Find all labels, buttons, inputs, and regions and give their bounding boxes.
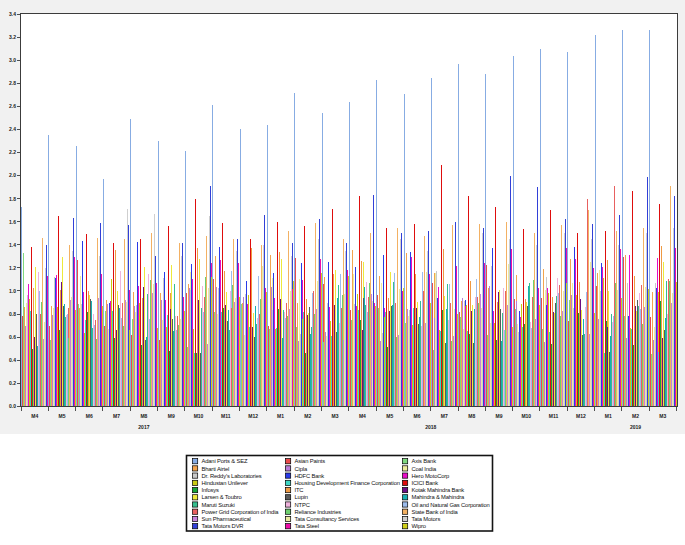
svg-text:M2: M2	[304, 413, 311, 419]
svg-text:Bharti Airtel: Bharti Airtel	[202, 466, 230, 472]
svg-text:Power Grid Corporation of Indi: Power Grid Corporation of India	[202, 509, 280, 515]
svg-text:Tata Motors: Tata Motors	[412, 516, 441, 522]
svg-text:M6: M6	[86, 413, 93, 419]
svg-text:0.4: 0.4	[9, 357, 16, 363]
svg-text:Maruti Suzuki: Maruti Suzuki	[202, 502, 235, 508]
svg-text:State Bank of India: State Bank of India	[412, 509, 459, 515]
svg-text:M4: M4	[359, 413, 366, 419]
svg-text:ITC: ITC	[295, 487, 304, 493]
svg-text:1.2: 1.2	[9, 265, 16, 271]
svg-text:M7: M7	[113, 413, 120, 419]
svg-text:1.8: 1.8	[9, 196, 16, 202]
svg-text:Oil and Natural Gas Corporatio: Oil and Natural Gas Corporation	[412, 502, 490, 508]
svg-text:Wipro: Wipro	[412, 523, 426, 529]
svg-text:NTPC: NTPC	[295, 502, 310, 508]
svg-text:Reliance Industries: Reliance Industries	[295, 509, 342, 515]
svg-text:3.2: 3.2	[9, 34, 16, 40]
svg-text:Larsen & Toubro: Larsen & Toubro	[202, 494, 242, 500]
svg-text:M11: M11	[221, 413, 231, 419]
svg-text:2.6: 2.6	[9, 103, 16, 109]
svg-text:Infosys: Infosys	[202, 487, 220, 493]
svg-text:3.4: 3.4	[9, 11, 16, 17]
svg-text:2.4: 2.4	[9, 126, 16, 132]
svg-text:1.0: 1.0	[9, 288, 16, 294]
svg-text:Axis Bank: Axis Bank	[412, 458, 437, 464]
svg-text:Lupin: Lupin	[295, 494, 308, 500]
svg-text:M5: M5	[386, 413, 393, 419]
svg-text:Housing Development Finance Co: Housing Development Finance Corporation	[295, 480, 400, 486]
svg-text:M11: M11	[549, 413, 559, 419]
svg-text:M5: M5	[59, 413, 66, 419]
svg-text:3.0: 3.0	[9, 57, 16, 63]
svg-text:2017: 2017	[138, 424, 149, 430]
svg-text:Tata Steel: Tata Steel	[295, 523, 319, 529]
svg-text:M12: M12	[576, 413, 586, 419]
svg-text:Hindustan Unilever: Hindustan Unilever	[202, 480, 248, 486]
svg-text:Coal India: Coal India	[412, 466, 438, 472]
svg-text:M7: M7	[441, 413, 448, 419]
svg-text:ICICI Bank: ICICI Bank	[412, 480, 439, 486]
svg-text:Sun Pharmaceutical: Sun Pharmaceutical	[202, 516, 251, 522]
svg-text:M9: M9	[496, 413, 503, 419]
svg-text:Tata Motors DVR: Tata Motors DVR	[202, 523, 244, 529]
svg-text:Mahindra & Mahindra: Mahindra & Mahindra	[412, 494, 465, 500]
svg-text:M8: M8	[468, 413, 475, 419]
svg-text:0.8: 0.8	[9, 311, 16, 317]
svg-text:M9: M9	[168, 413, 175, 419]
svg-text:M2: M2	[632, 413, 639, 419]
svg-text:Asian Paints: Asian Paints	[295, 458, 326, 464]
svg-text:M3: M3	[332, 413, 339, 419]
svg-text:Kotak Mahindra Bank: Kotak Mahindra Bank	[412, 487, 465, 493]
svg-text:Hero MotoCorp: Hero MotoCorp	[412, 473, 450, 479]
svg-text:M3: M3	[659, 413, 666, 419]
svg-text:M8: M8	[140, 413, 147, 419]
svg-text:M1: M1	[605, 413, 612, 419]
svg-text:Tata Consultancy Services: Tata Consultancy Services	[295, 516, 360, 522]
svg-text:2.0: 2.0	[9, 172, 16, 178]
svg-text:M10: M10	[521, 413, 531, 419]
svg-text:0.0: 0.0	[9, 403, 16, 409]
svg-text:Adani Ports & SEZ: Adani Ports & SEZ	[202, 458, 248, 464]
svg-text:M10: M10	[194, 413, 204, 419]
svg-text:M1: M1	[277, 413, 284, 419]
svg-text:M4: M4	[31, 413, 38, 419]
svg-text:M6: M6	[414, 413, 421, 419]
svg-text:0.6: 0.6	[9, 334, 16, 340]
svg-text:Dr. Reddy's Laboratories: Dr. Reddy's Laboratories	[202, 473, 262, 479]
svg-text:M12: M12	[248, 413, 258, 419]
svg-text:0.2: 0.2	[9, 380, 16, 386]
svg-text:2019: 2019	[630, 424, 641, 430]
svg-text:1.6: 1.6	[9, 219, 16, 225]
svg-text:1.4: 1.4	[9, 242, 16, 248]
svg-text:2018: 2018	[425, 424, 436, 430]
svg-text:2.2: 2.2	[9, 149, 16, 155]
svg-text:Cipla: Cipla	[295, 466, 308, 472]
svg-text:2.8: 2.8	[9, 80, 16, 86]
svg-text:HDFC Bank: HDFC Bank	[295, 473, 325, 479]
